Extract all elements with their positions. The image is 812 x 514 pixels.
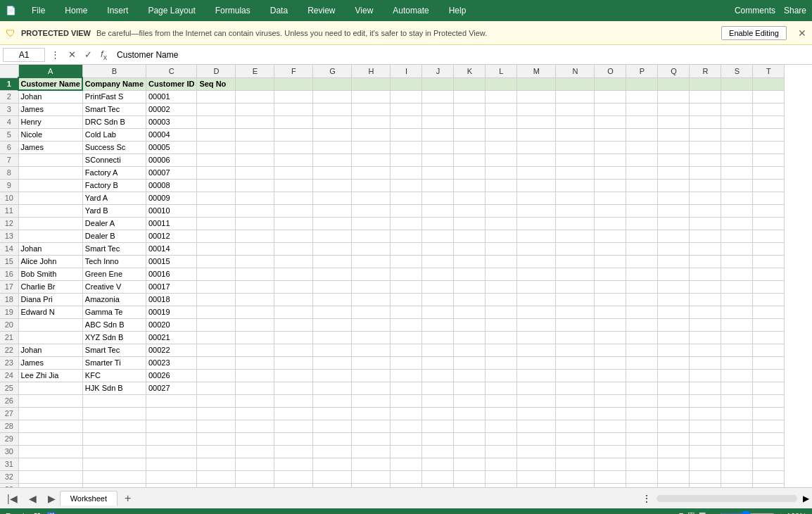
cell[interactable]: DRC Sdn B — [82, 115, 146, 128]
cell[interactable] — [595, 445, 626, 458]
cell[interactable] — [595, 103, 626, 115]
cell[interactable] — [517, 280, 556, 293]
cell[interactable] — [690, 153, 721, 166]
cell[interactable] — [486, 470, 517, 483]
row-number[interactable]: 28 — [0, 420, 18, 432]
cell[interactable] — [556, 90, 595, 103]
cell[interactable] — [82, 394, 146, 407]
cell[interactable] — [422, 331, 454, 344]
cell[interactable] — [197, 166, 236, 179]
cell[interactable] — [517, 382, 556, 394]
cell[interactable] — [352, 268, 391, 280]
cell[interactable] — [197, 90, 236, 103]
cell[interactable] — [626, 204, 658, 217]
cell[interactable] — [352, 280, 391, 293]
cell[interactable] — [274, 382, 313, 394]
col-header-f[interactable]: F — [274, 65, 313, 77]
cell[interactable] — [313, 420, 352, 432]
cell[interactable]: Johan — [18, 344, 82, 356]
cell[interactable] — [236, 280, 274, 293]
row-number[interactable]: 18 — [0, 293, 18, 306]
cell[interactable] — [454, 432, 486, 445]
cell[interactable]: 00023 — [146, 356, 197, 369]
cell[interactable] — [626, 192, 658, 204]
cell[interactable] — [274, 356, 313, 369]
cell[interactable] — [556, 445, 595, 458]
cell[interactable] — [595, 230, 626, 242]
worksheet-tab[interactable]: Worksheet — [60, 491, 118, 506]
cell[interactable] — [422, 141, 454, 153]
cell[interactable] — [556, 293, 595, 306]
cell[interactable]: HJK Sdn B — [82, 382, 146, 394]
cell[interactable] — [658, 103, 690, 115]
cell[interactable] — [422, 268, 454, 280]
cell[interactable] — [352, 318, 391, 331]
cell[interactable] — [274, 318, 313, 331]
cell[interactable] — [422, 128, 454, 141]
cell[interactable] — [454, 103, 486, 115]
col-header-e[interactable]: E — [236, 65, 274, 77]
cell[interactable] — [391, 192, 422, 204]
row-number[interactable]: 25 — [0, 382, 18, 394]
cell[interactable] — [18, 230, 82, 242]
insert-function-icon[interactable]: fx — [98, 47, 110, 63]
cell[interactable] — [721, 382, 753, 394]
cell[interactable] — [517, 318, 556, 331]
row-number[interactable]: 17 — [0, 280, 18, 293]
cell[interactable] — [236, 407, 274, 420]
cell[interactable]: Smart Tec — [82, 103, 146, 115]
cell[interactable] — [18, 179, 82, 192]
cell[interactable] — [422, 318, 454, 331]
cell[interactable] — [721, 458, 753, 470]
cell[interactable] — [18, 445, 82, 458]
cell[interactable] — [517, 470, 556, 483]
col-header-b[interactable]: B — [82, 65, 146, 77]
cell[interactable] — [626, 382, 658, 394]
cell[interactable] — [658, 407, 690, 420]
cell[interactable] — [721, 192, 753, 204]
cell[interactable] — [236, 445, 274, 458]
cell[interactable] — [658, 344, 690, 356]
cell[interactable] — [626, 369, 658, 382]
cell[interactable] — [352, 77, 391, 90]
cell[interactable] — [391, 242, 422, 255]
cell[interactable] — [626, 280, 658, 293]
row-number[interactable]: 29 — [0, 432, 18, 445]
cell[interactable] — [454, 407, 486, 420]
cell[interactable] — [517, 217, 556, 230]
cell[interactable] — [422, 153, 454, 166]
cell[interactable] — [486, 369, 517, 382]
cell[interactable] — [595, 331, 626, 344]
cell[interactable]: Amazonia — [82, 293, 146, 306]
cell[interactable] — [595, 141, 626, 153]
cell[interactable] — [690, 192, 721, 204]
cell[interactable] — [391, 179, 422, 192]
cell[interactable] — [391, 318, 422, 331]
row-number[interactable]: 22 — [0, 344, 18, 356]
cell[interactable] — [517, 344, 556, 356]
cell[interactable]: 00010 — [146, 204, 197, 217]
col-header-q[interactable]: Q — [658, 65, 690, 77]
cell[interactable] — [422, 230, 454, 242]
cell[interactable] — [753, 77, 785, 90]
menu-file[interactable]: File — [27, 4, 49, 17]
page-break-icon[interactable]: ▦ — [699, 510, 706, 514]
cell[interactable] — [422, 394, 454, 407]
cell[interactable] — [626, 394, 658, 407]
cell[interactable] — [690, 128, 721, 141]
cell[interactable] — [313, 103, 352, 115]
cell[interactable] — [486, 77, 517, 90]
cell[interactable] — [236, 255, 274, 268]
cell[interactable] — [274, 217, 313, 230]
cell[interactable] — [274, 306, 313, 318]
cell[interactable] — [517, 166, 556, 179]
cell[interactable] — [658, 356, 690, 369]
col-header-m[interactable]: M — [517, 65, 556, 77]
cell[interactable] — [690, 115, 721, 128]
cell[interactable] — [517, 483, 556, 487]
row-number[interactable]: 7 — [0, 153, 18, 166]
cell[interactable] — [236, 217, 274, 230]
cell[interactable] — [422, 356, 454, 369]
cell[interactable] — [274, 255, 313, 268]
cell[interactable] — [454, 318, 486, 331]
